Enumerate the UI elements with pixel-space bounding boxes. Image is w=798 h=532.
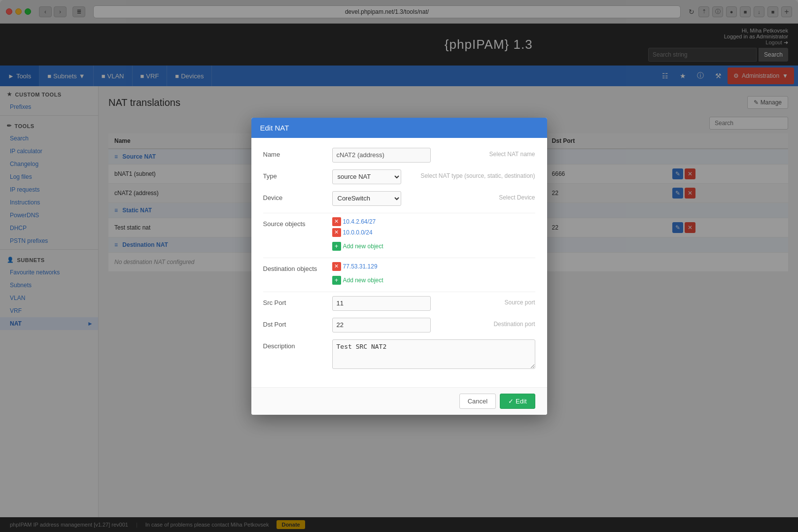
type-hint: Select NAT type (source, static, destina… <box>420 169 535 179</box>
add-dest-label: Add new object <box>343 277 383 284</box>
dst-port-hint: Destination port <box>493 318 535 328</box>
add-dest-object-btn[interactable]: + Add new object <box>332 276 535 285</box>
device-field: CoreSwitch <box>332 191 494 206</box>
src-port-input[interactable] <box>332 296 431 311</box>
src-port-label: Src Port <box>263 296 332 306</box>
dst-port-field <box>332 318 489 332</box>
modal-footer: Cancel ✓ Edit <box>251 387 547 415</box>
source-objects-list: ✕ 10.4.2.64/27 ✕ 10.0.0.0/24 + Add new o… <box>332 217 535 251</box>
source-object-0-link[interactable]: 10.4.2.64/27 <box>343 218 376 225</box>
device-select[interactable]: CoreSwitch <box>332 191 401 206</box>
add-dest-icon: + <box>332 276 341 285</box>
type-select[interactable]: source NAT static NAT destination NAT <box>332 169 401 184</box>
source-object-0: ✕ 10.4.2.64/27 <box>332 217 535 226</box>
form-row-device: Device CoreSwitch Select Device <box>263 191 535 206</box>
edit-nat-modal: Edit NAT Name Select NAT name Type sourc… <box>251 118 547 415</box>
add-source-label: Add new object <box>343 243 383 250</box>
description-label: Description <box>263 339 332 350</box>
type-field: source NAT static NAT destination NAT <box>332 169 416 184</box>
name-hint: Select NAT name <box>489 148 535 158</box>
src-port-field <box>332 296 500 311</box>
modal-overlay: Edit NAT Name Select NAT name Type sourc… <box>0 0 798 532</box>
form-row-dest-objects: Destination objects ✕ 77.53.31.129 + Add… <box>263 262 535 285</box>
check-icon: ✓ <box>508 398 514 405</box>
remove-dest-0-btn[interactable]: ✕ <box>332 262 341 271</box>
dest-object-0-link[interactable]: 77.53.31.129 <box>343 263 378 270</box>
name-field <box>332 148 485 163</box>
cancel-button[interactable]: Cancel <box>459 394 496 409</box>
device-label: Device <box>263 191 332 201</box>
description-textarea[interactable]: Test SRC NAT2 <box>332 339 535 369</box>
source-object-1: ✕ 10.0.0.0/24 <box>332 228 535 237</box>
device-hint: Select Device <box>499 191 535 201</box>
description-field: Test SRC NAT2 <box>332 339 535 370</box>
form-row-dst-port: Dst Port Destination port <box>263 318 535 332</box>
add-source-object-btn[interactable]: + Add new object <box>332 242 535 251</box>
form-row-description: Description Test SRC NAT2 <box>263 339 535 370</box>
edit-btn-label: Edit <box>516 398 526 405</box>
name-input[interactable] <box>332 148 431 163</box>
modal-divider-3 <box>263 292 535 292</box>
dest-objects-field: ✕ 77.53.31.129 + Add new object <box>332 262 535 285</box>
form-row-name: Name Select NAT name <box>263 148 535 163</box>
modal-divider-1 <box>263 213 535 213</box>
source-objects-field: ✕ 10.4.2.64/27 ✕ 10.0.0.0/24 + Add new o… <box>332 217 535 251</box>
dest-object-0: ✕ 77.53.31.129 <box>332 262 535 271</box>
modal-divider-2 <box>263 258 535 258</box>
remove-source-1-btn[interactable]: ✕ <box>332 228 341 237</box>
add-source-icon: + <box>332 242 341 251</box>
modal-title: Edit NAT <box>260 124 289 132</box>
src-port-hint: Source port <box>504 296 535 306</box>
remove-source-0-btn[interactable]: ✕ <box>332 217 341 226</box>
edit-button[interactable]: ✓ Edit <box>500 394 535 409</box>
source-objects-label: Source objects <box>263 217 332 228</box>
name-label: Name <box>263 148 332 158</box>
modal-header: Edit NAT <box>251 118 547 138</box>
form-row-source-objects: Source objects ✕ 10.4.2.64/27 ✕ 10.0.0.0… <box>263 217 535 251</box>
dst-port-input[interactable] <box>332 318 431 332</box>
form-row-src-port: Src Port Source port <box>263 296 535 311</box>
form-row-type: Type source NAT static NAT destination N… <box>263 169 535 184</box>
dest-objects-list: ✕ 77.53.31.129 + Add new object <box>332 262 535 285</box>
dest-objects-label: Destination objects <box>263 262 332 272</box>
dst-port-label: Dst Port <box>263 318 332 328</box>
source-object-1-link[interactable]: 10.0.0.0/24 <box>343 229 373 236</box>
modal-body: Name Select NAT name Type source NAT sta… <box>251 138 547 387</box>
type-label: Type <box>263 169 332 180</box>
